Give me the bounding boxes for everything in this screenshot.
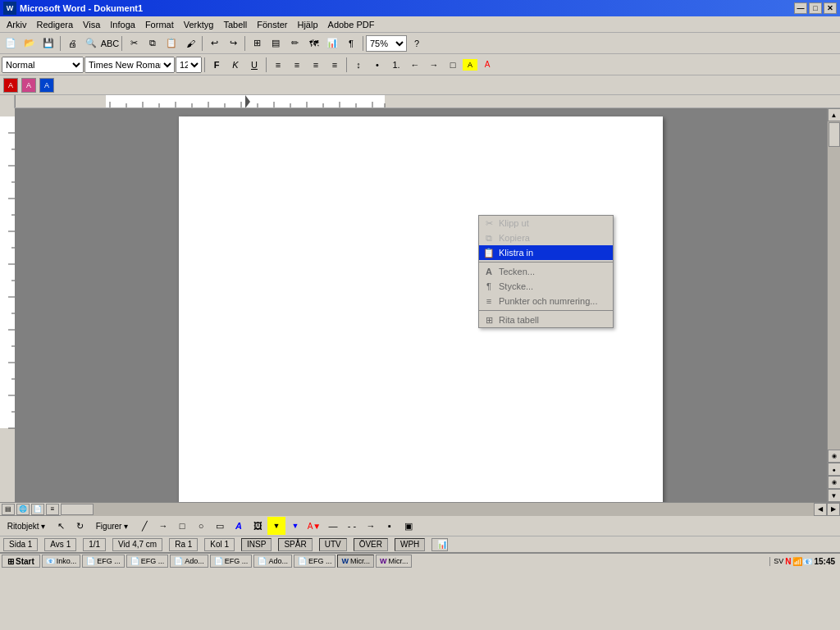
undo-button[interactable]: ↩: [205, 34, 223, 52]
align-justify[interactable]: ≡: [326, 56, 344, 74]
menu-infoga[interactable]: Infoga: [105, 18, 140, 31]
close-button[interactable]: ✕: [824, 2, 837, 14]
show-hide[interactable]: ¶: [342, 34, 360, 52]
ctx-copy[interactable]: ⧉ Kopiera: [479, 231, 613, 245]
bold-button[interactable]: F: [208, 56, 226, 74]
save-button[interactable]: 💾: [39, 34, 57, 52]
underline-button[interactable]: U: [245, 56, 263, 74]
font-color-button2[interactable]: A▼: [305, 517, 323, 535]
scroll-thumb[interactable]: [829, 122, 840, 147]
scroll-up-button[interactable]: ▲: [828, 108, 841, 121]
ctx-punkter[interactable]: ≡ Punkter och numrering...: [479, 294, 613, 308]
hscroll-left[interactable]: ◀: [814, 503, 827, 516]
taskbar-item-0[interactable]: 📧 Inko...: [42, 555, 81, 568]
outside-border[interactable]: □: [444, 56, 462, 74]
minimize-button[interactable]: —: [794, 2, 807, 14]
hscroll-thumb[interactable]: [61, 504, 94, 515]
new-button[interactable]: 📄: [2, 34, 20, 52]
menu-hjalp[interactable]: Hjälp: [292, 18, 322, 31]
taskbar-item-6[interactable]: 📄 EFG ...: [294, 555, 336, 568]
rotate-button[interactable]: ↻: [71, 517, 89, 535]
taskbar-item-3[interactable]: 📄 Ado...: [170, 555, 208, 568]
print-button[interactable]: 🖨: [63, 34, 81, 52]
font-select[interactable]: Times New Roman: [84, 57, 175, 73]
align-center[interactable]: ≡: [288, 56, 306, 74]
wordart-button[interactable]: A: [230, 517, 248, 535]
align-right[interactable]: ≡: [307, 56, 325, 74]
align-left[interactable]: ≡: [269, 56, 287, 74]
hscroll-right[interactable]: ▶: [827, 503, 840, 516]
redo-button[interactable]: ↪: [224, 34, 242, 52]
menu-fonster[interactable]: Fönster: [252, 18, 292, 31]
fill-color-button[interactable]: ▼: [267, 517, 285, 535]
ctx-paste[interactable]: 📋 Klistra in: [479, 245, 613, 260]
arrow-style-button[interactable]: →: [362, 517, 380, 535]
highlight[interactable]: A: [463, 59, 477, 71]
taskbar-item-2[interactable]: 📄 EFG ...: [126, 555, 169, 568]
italic-button[interactable]: K: [226, 56, 244, 74]
scroll-browse-select[interactable]: ●: [828, 463, 841, 476]
scroll-track[interactable]: [828, 121, 841, 450]
ritobjekt-button[interactable]: Ritobjekt ▾: [2, 517, 51, 535]
adobe-btn-2[interactable]: A: [21, 78, 36, 93]
format-painter[interactable]: 🖌: [181, 34, 199, 52]
preview-button[interactable]: 🔍: [82, 34, 100, 52]
rect-button[interactable]: □: [173, 517, 191, 535]
line-spacing[interactable]: ↕: [349, 56, 368, 74]
ctx-cut[interactable]: ✂ Klipp ut: [479, 216, 613, 231]
scroll-browse-up[interactable]: ◉: [828, 450, 841, 463]
ctx-rita-tabell[interactable]: ⊞ Rita tabell: [479, 313, 613, 327]
spell-button[interactable]: ABC: [101, 34, 119, 52]
adobe-btn-3[interactable]: A: [39, 78, 54, 93]
3d-button[interactable]: ▣: [399, 517, 418, 535]
select-button[interactable]: ↖: [52, 517, 70, 535]
ctx-stycke[interactable]: ¶ Stycke...: [479, 279, 613, 294]
normal-view-button[interactable]: ▤: [2, 504, 15, 515]
taskbar-item-7[interactable]: W Micr...: [337, 555, 374, 568]
adobe-btn-1[interactable]: A: [3, 78, 18, 93]
map-button[interactable]: 🗺: [304, 34, 322, 52]
bullets[interactable]: •: [368, 56, 386, 74]
shadow-button[interactable]: ▪: [381, 517, 399, 535]
scroll-down-button[interactable]: ▼: [828, 489, 841, 502]
decrease-indent[interactable]: ←: [406, 56, 424, 74]
start-button[interactable]: ⊞ Start: [2, 555, 40, 568]
scroll-browse-down[interactable]: ◉: [828, 476, 841, 489]
table-button[interactable]: ⊞: [248, 34, 266, 52]
menu-adobe-pdf[interactable]: Adobe PDF: [323, 18, 380, 31]
menu-visa[interactable]: Visa: [78, 18, 105, 31]
taskbar-item-4[interactable]: 📄 EFG ...: [210, 555, 253, 568]
menu-verktyg[interactable]: Verktyg: [179, 18, 219, 31]
cut-button[interactable]: ✂: [125, 34, 143, 52]
oval-button[interactable]: ○: [192, 517, 210, 535]
line-style-button[interactable]: —: [324, 517, 342, 535]
taskbar-item-1[interactable]: 📄 EFG ...: [82, 555, 125, 568]
line-color-button[interactable]: ▼: [286, 517, 304, 535]
font-color[interactable]: A: [478, 56, 496, 74]
menu-redigera[interactable]: Redigera: [31, 18, 78, 31]
style-select[interactable]: Normal: [2, 57, 84, 73]
outline-view-button[interactable]: ≡: [46, 504, 59, 515]
open-button[interactable]: 📂: [21, 34, 39, 52]
maximize-button[interactable]: □: [809, 2, 822, 14]
copy-button[interactable]: ⧉: [144, 34, 162, 52]
taskbar-item-8[interactable]: W Micr...: [376, 555, 413, 568]
taskbar-item-5[interactable]: 📄 Ado...: [253, 555, 292, 568]
menu-tabell[interactable]: Tabell: [218, 18, 252, 31]
columns-button[interactable]: ▤: [267, 34, 285, 52]
drawing-button[interactable]: ✏: [285, 34, 304, 52]
chart-button[interactable]: 📊: [323, 34, 341, 52]
clip-button[interactable]: 🖼: [249, 517, 267, 535]
menu-format[interactable]: Format: [140, 18, 179, 31]
paste-button[interactable]: 📋: [162, 34, 180, 52]
numbering[interactable]: 1.: [387, 56, 405, 74]
figurer-button[interactable]: Figurer ▾: [89, 517, 135, 535]
help-button[interactable]: ?: [408, 34, 426, 52]
arrow-button[interactable]: →: [154, 517, 172, 535]
web-view-button[interactable]: 🌐: [16, 504, 30, 515]
hscroll-track[interactable]: [61, 503, 814, 516]
document-area[interactable]: ✂ Klipp ut ⧉ Kopiera 📋 Klistra in A Teck…: [15, 108, 827, 502]
textbox-button[interactable]: ▭: [211, 517, 229, 535]
dash-style-button[interactable]: - -: [343, 517, 361, 535]
print-view-button[interactable]: 📄: [31, 504, 44, 515]
